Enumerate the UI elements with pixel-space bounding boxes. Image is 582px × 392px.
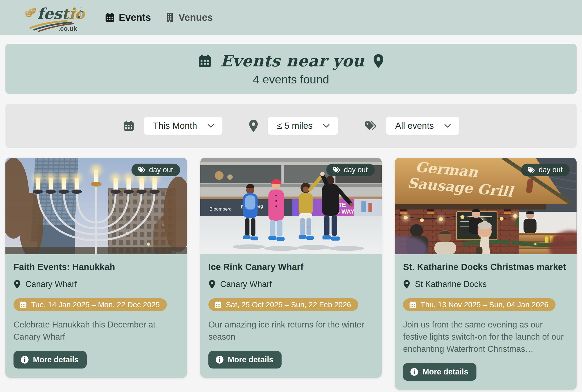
chevron-down-icon	[207, 123, 214, 128]
location-pin-icon	[248, 119, 259, 132]
event-dates-label: Tue, 14 Jan 2025 – Mon, 22 Dec 2025	[31, 300, 160, 309]
more-details-button[interactable]: More details	[13, 351, 87, 369]
card-body: Ice Rink Canary Wharf Canary Wharf Sat, …	[200, 254, 382, 378]
tag-icon	[332, 167, 340, 174]
event-location-label: St Katharine Docks	[415, 279, 486, 289]
location-pin-icon	[373, 54, 384, 68]
event-location-label: Canary Wharf	[25, 279, 77, 289]
music-note-icon: ♪	[77, 8, 84, 20]
brand-tld: .co.uk	[58, 25, 77, 32]
location-pin-icon	[208, 280, 216, 289]
event-location-label: Canary Wharf	[220, 279, 272, 289]
chevron-down-icon	[444, 123, 451, 128]
event-photo: German Sausage Grill	[395, 158, 577, 254]
calendar-icon	[198, 54, 212, 68]
filter-category: All events	[364, 117, 459, 135]
date-filter-value: This Month	[153, 121, 197, 131]
event-description: Join us from the same evening as our fes…	[403, 319, 565, 355]
nav-item-venues[interactable]: Venues	[165, 12, 213, 23]
day-out-badge: day out	[131, 164, 180, 176]
day-out-badge: day out	[521, 164, 570, 176]
info-icon	[215, 356, 224, 364]
event-card-list: day out Faith Events: Hanukkah Canary Wh…	[5, 158, 577, 390]
nav-venues-label: Venues	[178, 12, 213, 23]
badge-label: day out	[539, 166, 563, 174]
photo-text-board: Bloomberg	[209, 207, 232, 212]
event-card-ice-rink: Bloomberg Bloomberg SKATE THIS WAY	[200, 158, 382, 378]
event-card-hanukkah: day out Faith Events: Hanukkah Canary Wh…	[5, 158, 187, 378]
tag-icon	[527, 167, 535, 174]
event-dates-label: Thu, 13 Nov 2025 – Sun, 04 Jan 2026	[421, 300, 548, 309]
category-filter-select[interactable]: All events	[386, 117, 459, 135]
calendar-icon	[105, 12, 115, 23]
card-body: St. Katharine Docks Christmas market St …	[395, 254, 577, 390]
chevron-down-icon	[323, 123, 330, 128]
badge-label: day out	[149, 166, 173, 174]
event-title: Ice Rink Canary Wharf	[208, 262, 374, 272]
hero-banner: Events near you 4 events found	[5, 44, 577, 94]
date-filter-select[interactable]: This Month	[144, 117, 222, 135]
tags-icon	[364, 120, 377, 132]
event-dates: Thu, 13 Nov 2025 – Sun, 04 Jan 2026	[403, 298, 555, 311]
location-pin-icon	[403, 280, 410, 289]
info-icon	[21, 356, 29, 364]
main-nav: Events Venues	[105, 12, 213, 23]
festio-logo[interactable]: festio ♪ .co.uk	[24, 2, 85, 33]
day-out-badge: day out	[326, 164, 375, 176]
more-details-label: More details	[33, 355, 79, 364]
more-details-label: More details	[228, 355, 273, 364]
page-title: Events near you	[220, 52, 364, 70]
event-photo: day out	[5, 158, 187, 254]
tag-icon	[137, 167, 146, 174]
distance-filter-value: ≤ 5 miles	[277, 121, 313, 131]
event-title: Faith Events: Hanukkah	[13, 262, 179, 272]
location-pin-icon	[13, 280, 21, 289]
category-filter-value: All events	[395, 121, 434, 131]
event-description: Our amazing ice rink returns for the win…	[208, 319, 370, 343]
nav-events-label: Events	[119, 12, 151, 23]
filter-bar: This Month ≤ 5 miles All events	[5, 104, 577, 148]
calendar-icon	[19, 301, 27, 309]
filter-distance: ≤ 5 miles	[248, 117, 338, 135]
event-location: St Katharine Docks	[403, 279, 569, 289]
event-description: Celebrate Hanukkah this December at Cana…	[13, 319, 175, 343]
filter-date: This Month	[123, 117, 222, 135]
badge-label: day out	[344, 166, 368, 174]
info-icon	[410, 368, 418, 376]
distance-filter-select[interactable]: ≤ 5 miles	[268, 117, 338, 135]
calendar-icon	[214, 301, 222, 309]
event-dates: Sat, 25 Oct 2025 – Sun, 22 Feb 2026	[208, 298, 358, 311]
event-location: Canary Wharf	[208, 279, 374, 289]
event-photo: Bloomberg Bloomberg SKATE THIS WAY	[200, 158, 382, 254]
more-details-label: More details	[422, 367, 468, 376]
event-dates-label: Sat, 25 Oct 2025 – Sun, 22 Feb 2026	[226, 300, 351, 309]
calendar-icon	[409, 301, 417, 309]
event-card-christmas-market: German Sausage Grill	[395, 158, 577, 390]
more-details-button[interactable]: More details	[403, 363, 476, 381]
more-details-button[interactable]: More details	[208, 351, 282, 369]
theater-masks-icon	[25, 8, 36, 17]
nav-item-events[interactable]: Events	[105, 12, 151, 23]
card-body: Faith Events: Hanukkah Canary Wharf Tue,…	[5, 254, 187, 378]
event-title: St. Katharine Docks Christmas market	[403, 262, 569, 272]
results-count: 4 events found	[253, 73, 329, 86]
event-location: Canary Wharf	[13, 279, 179, 289]
top-nav: festio ♪ .co.uk Events	[0, 0, 582, 35]
event-dates: Tue, 14 Jan 2025 – Mon, 22 Dec 2025	[13, 298, 167, 311]
building-icon	[165, 12, 175, 23]
calendar-icon	[123, 120, 135, 132]
